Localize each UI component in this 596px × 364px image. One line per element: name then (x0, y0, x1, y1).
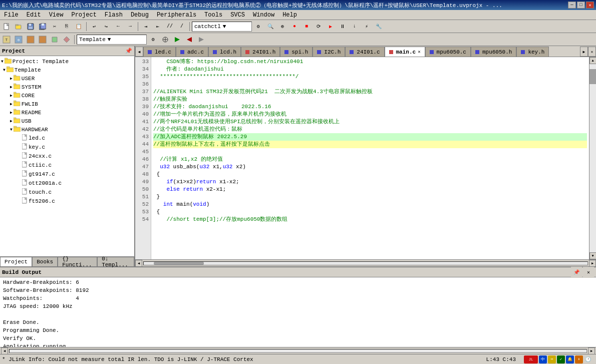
tab-close-nav[interactable]: ✕ (588, 47, 596, 57)
menu-debug[interactable]: Debug (127, 10, 153, 20)
code-content[interactable]: CSDN博客: https://blog.csdn.net/niruxi0401… (151, 57, 589, 259)
menu-peripherals[interactable]: Peripherals (153, 10, 200, 20)
tree-item[interactable]: ▶README (1, 108, 133, 117)
vscroll-up[interactable]: ▲ (589, 57, 597, 64)
template-dropdown[interactable]: Template ▼ (77, 35, 147, 45)
target-dropdown[interactable]: catchctl ▼ (192, 22, 252, 32)
tree-item[interactable]: ▶FWLIB (1, 100, 133, 108)
menu-tools[interactable]: Tools (200, 10, 226, 20)
redo-button[interactable]: ↪ (101, 21, 112, 32)
hscroll-thumb[interactable] (154, 262, 204, 265)
tab-left-nav[interactable]: ◀ (135, 47, 143, 57)
vscroll-down[interactable]: ▼ (589, 252, 597, 259)
tb2-icon1[interactable]: T (1, 34, 12, 45)
menu-flash[interactable]: Flash (101, 10, 127, 20)
tree-item[interactable]: ▼Template (1, 66, 133, 74)
vscroll-track-inner[interactable] (589, 64, 596, 252)
menu-window[interactable]: Window (249, 10, 278, 20)
hscroll-track[interactable] (143, 261, 588, 265)
tab-lcd-h[interactable]: lcd.h (208, 47, 241, 57)
tree-item[interactable]: ▶SYSTEM (1, 83, 133, 91)
tb2-extra4[interactable] (184, 34, 195, 45)
tab-24I01-h[interactable]: 24I01.h (241, 47, 280, 57)
tb2-icon2[interactable]: ⚙ (13, 34, 24, 45)
new-button[interactable] (1, 21, 12, 32)
tab-spi-h[interactable]: spi.h (280, 47, 313, 57)
build-close-button[interactable]: ✕ (583, 267, 594, 278)
hscroll-left[interactable]: ◀ (135, 260, 142, 267)
tree-item[interactable]: ▶USER (1, 74, 133, 83)
tab-mpu6050-h[interactable]: mpu6050.h (471, 47, 516, 57)
menu-project[interactable]: Project (67, 10, 100, 20)
target-options-button[interactable]: ⚙ (253, 21, 264, 32)
build-hscroll-track[interactable] (9, 349, 587, 353)
hscroll-right[interactable]: ▶ (589, 260, 596, 267)
maximize-button[interactable]: □ (577, 2, 585, 9)
tab-mpu6050-c[interactable]: mpu6050.c (425, 47, 471, 57)
tab-led-c[interactable]: led.c (143, 47, 176, 57)
tb2-extra2[interactable] (160, 34, 171, 45)
menu-view[interactable]: View (45, 10, 68, 20)
wrench-button[interactable]: 🔧 (373, 21, 384, 32)
save-button[interactable] (25, 21, 36, 32)
tb2-extra5[interactable] (196, 34, 207, 45)
build-pin-button[interactable]: 📌 (571, 267, 582, 278)
run-button[interactable]: ▶ (325, 21, 336, 32)
proj-tab-template[interactable]: 0↓ Templ... (97, 257, 134, 266)
tab-key-h[interactable]: key.h (516, 47, 549, 57)
tree-item[interactable]: key.c (1, 143, 133, 152)
tab-24I01-c[interactable]: 24I01.c (345, 47, 384, 57)
tab-main-c[interactable]: main.c ✕ (385, 47, 425, 57)
menu-file[interactable]: File (0, 10, 23, 20)
editor-vscroll[interactable]: ▲ ▼ (589, 57, 596, 259)
tb2-icon6[interactable] (61, 34, 72, 45)
tree-item[interactable]: gt9147.c (1, 170, 133, 179)
cut-button[interactable]: ✂ (49, 21, 60, 32)
tree-item[interactable]: ott2001a.c (1, 179, 133, 188)
tab-close-icon[interactable]: ✕ (418, 49, 420, 55)
menu-svcs[interactable]: SVCS (226, 10, 249, 20)
proj-tab-books[interactable]: Books (32, 257, 58, 266)
tb2-extra1[interactable]: ⚙ (148, 34, 159, 45)
search-button[interactable]: 🔍 (265, 21, 276, 32)
outdent-button[interactable]: ⇤ (152, 21, 163, 32)
halt-button[interactable]: ⏸ (337, 21, 348, 32)
tb2-icon4[interactable] (37, 34, 48, 45)
reset-button[interactable]: ⟳ (313, 21, 324, 32)
uncomment-button[interactable]: / (176, 21, 187, 32)
undo-button[interactable]: ↩ (89, 21, 100, 32)
proj-tab-project[interactable]: Project (0, 257, 32, 266)
tb2-extra3[interactable] (172, 34, 183, 45)
project-pin-icon[interactable]: 📌 (125, 48, 132, 54)
tab-right-nav[interactable]: ▶ (580, 47, 588, 57)
power-button[interactable]: ⚡ (361, 21, 372, 32)
stop-button[interactable]: ■ (301, 21, 312, 32)
build-hscroll-right[interactable]: ▶ (588, 347, 595, 354)
tree-item[interactable]: ▼HARDWEAR (1, 125, 133, 134)
paste-button[interactable]: 📋 (73, 21, 84, 32)
back-button[interactable]: ← (113, 21, 124, 32)
tree-item[interactable]: ctiic.c (1, 161, 133, 170)
build-hscroll-left[interactable]: ◀ (1, 347, 8, 354)
save-all-button[interactable] (37, 21, 48, 32)
tab-I2C-h[interactable]: I2C.h (313, 47, 345, 57)
tree-item[interactable]: ▼Project: Template (1, 57, 133, 66)
step-button[interactable]: ↓ (349, 21, 360, 32)
tree-item[interactable]: 24cxx.c (1, 152, 133, 161)
forward-button[interactable]: → (125, 21, 136, 32)
comment-button[interactable]: // (164, 21, 175, 32)
search2-button[interactable]: ⊕ (277, 21, 288, 32)
menu-edit[interactable]: Edit (23, 10, 45, 20)
debug-button[interactable]: ● (289, 21, 300, 32)
tree-item[interactable]: ▶CORE (1, 91, 133, 100)
vscroll-thumb[interactable] (589, 69, 596, 84)
open-button[interactable] (13, 21, 24, 32)
indent-button[interactable]: ⇥ (140, 21, 151, 32)
tb2-icon5[interactable] (49, 34, 60, 45)
tb2-icon3[interactable] (25, 34, 36, 45)
copy-button[interactable]: ⎘ (61, 21, 72, 32)
proj-tab-functions[interactable]: {} Functi... (58, 257, 97, 266)
minimize-button[interactable]: ─ (568, 2, 576, 9)
tree-item[interactable]: touch.c (1, 188, 133, 197)
menu-help[interactable]: Help (278, 10, 301, 20)
